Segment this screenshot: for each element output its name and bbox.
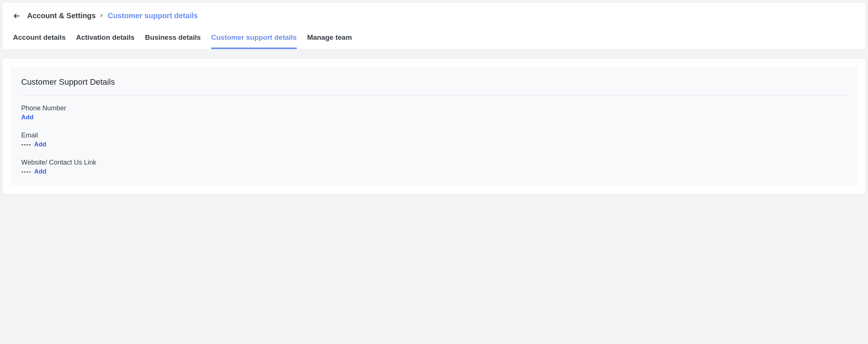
content-card: Customer Support Details Phone Number Ad… (2, 58, 866, 194)
breadcrumb: Account & Settings Customer support deta… (27, 12, 198, 20)
field-email: Email ---- Add (21, 132, 847, 148)
field-value-line: ---- Add (21, 141, 847, 148)
add-phone-link[interactable]: Add (21, 114, 33, 121)
breadcrumb-current: Customer support details (107, 12, 197, 20)
tab-account-details[interactable]: Account details (13, 30, 65, 49)
field-label-email: Email (21, 132, 847, 139)
panel-title: Customer Support Details (21, 77, 847, 95)
tabs-row: Account details Activation details Busin… (3, 30, 865, 49)
tab-customer-support-details[interactable]: Customer support details (211, 30, 297, 49)
tab-activation-details[interactable]: Activation details (76, 30, 134, 49)
tab-manage-team[interactable]: Manage team (307, 30, 352, 49)
field-label-phone: Phone Number (21, 104, 847, 112)
back-arrow-icon[interactable] (13, 12, 20, 20)
field-website: Website/ Contact Us Link ---- Add (21, 159, 847, 175)
add-email-link[interactable]: Add (34, 141, 46, 148)
field-phone-number: Phone Number Add (21, 104, 847, 121)
details-panel: Customer Support Details Phone Number Ad… (11, 67, 857, 186)
field-placeholder-email: ---- (21, 141, 31, 148)
field-label-website: Website/ Contact Us Link (21, 159, 847, 166)
breadcrumb-parent[interactable]: Account & Settings (27, 12, 96, 20)
add-website-link[interactable]: Add (34, 168, 46, 175)
field-value-line: Add (21, 114, 847, 121)
page-container: Account & Settings Customer support deta… (0, 0, 868, 197)
field-placeholder-website: ---- (21, 168, 31, 175)
header-card: Account & Settings Customer support deta… (2, 2, 866, 49)
breadcrumb-row: Account & Settings Customer support deta… (3, 12, 865, 30)
field-value-line: ---- Add (21, 168, 847, 175)
chevron-right-icon (99, 13, 104, 19)
tab-business-details[interactable]: Business details (145, 30, 201, 49)
